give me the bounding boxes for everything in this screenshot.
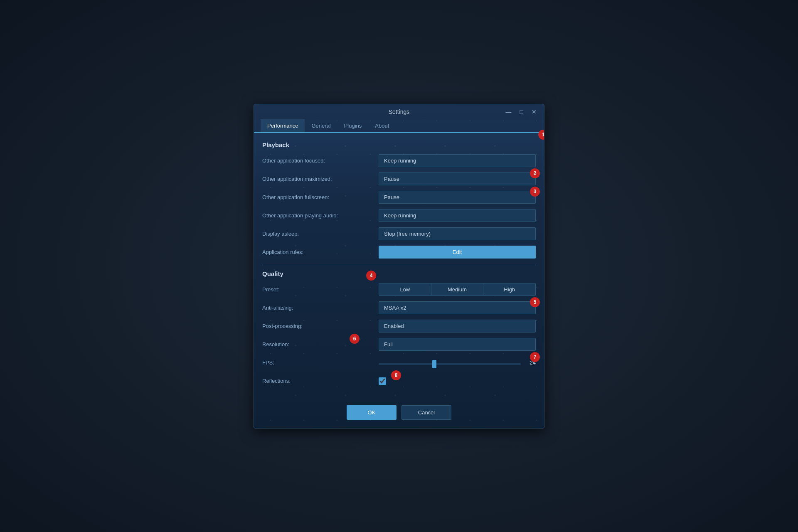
main-content: Playback Other application focused: Keep… bbox=[254, 133, 544, 399]
control-focused: Keep running Pause Stop (free memory) bbox=[379, 154, 536, 167]
row-fps: FPS: 24 7 bbox=[262, 355, 536, 370]
control-resolution: Full Half Quarter bbox=[379, 338, 536, 351]
control-reflections bbox=[379, 377, 536, 385]
row-preset: Preset: Low Medium High 4 bbox=[262, 282, 536, 297]
select-wrapper-postprocessing: Enabled Disabled bbox=[379, 320, 536, 332]
row-reflections: Reflections: 8 bbox=[262, 374, 536, 389]
select-wrapper-audio: Keep running Pause Stop (free memory) bbox=[379, 209, 536, 222]
select-resolution[interactable]: Full Half Quarter bbox=[379, 338, 536, 351]
row-focused: Other application focused: Keep running … bbox=[262, 153, 536, 168]
select-wrapper-focused: Keep running Pause Stop (free memory) bbox=[379, 154, 536, 167]
cancel-button[interactable]: Cancel bbox=[401, 405, 451, 420]
row-fullscreen: Other application fullscreen: Pause Keep… bbox=[262, 190, 536, 205]
select-fullscreen[interactable]: Pause Keep running Stop (free memory) bbox=[379, 191, 536, 204]
fps-value: 24 bbox=[526, 360, 536, 366]
edit-button[interactable]: Edit bbox=[379, 246, 536, 259]
label-postprocessing: Post-processing: bbox=[262, 323, 379, 329]
control-fullscreen: Pause Keep running Stop (free memory) bbox=[379, 191, 536, 204]
row-postprocessing: Post-processing: Enabled Disabled bbox=[262, 319, 536, 334]
row-resolution: Resolution: Full Half Quarter 6 bbox=[262, 337, 536, 352]
ok-button[interactable]: OK bbox=[347, 405, 397, 420]
window-title: Settings bbox=[389, 108, 410, 115]
titlebar: Settings — □ ✕ bbox=[254, 104, 544, 119]
row-antialiasing: Anti-aliasing: MSAA x2 None MSAA x4 MSAA… bbox=[262, 300, 536, 315]
preset-high[interactable]: High bbox=[483, 283, 535, 296]
preset-low[interactable]: Low bbox=[379, 283, 431, 296]
label-fps: FPS: bbox=[262, 360, 379, 366]
label-maximized: Other application maximized: bbox=[262, 176, 379, 182]
preset-medium[interactable]: Medium bbox=[431, 283, 484, 296]
select-wrapper-maximized: Pause Keep running Stop (free memory) bbox=[379, 172, 536, 185]
label-audio: Other application playing audio: bbox=[262, 212, 379, 219]
select-wrapper-asleep: Stop (free memory) Keep running Pause bbox=[379, 227, 536, 240]
tab-about[interactable]: About bbox=[368, 119, 396, 132]
control-asleep: Stop (free memory) Keep running Pause bbox=[379, 227, 536, 240]
footer: OK Cancel bbox=[254, 399, 544, 428]
control-preset: Low Medium High bbox=[379, 283, 536, 296]
quality-section-title: Quality bbox=[262, 270, 536, 277]
close-button[interactable]: ✕ bbox=[529, 108, 539, 116]
minimize-button[interactable]: — bbox=[503, 108, 514, 116]
divider-1 bbox=[262, 265, 536, 265]
control-audio: Keep running Pause Stop (free memory) bbox=[379, 209, 536, 222]
restore-button[interactable]: □ bbox=[517, 108, 526, 116]
window-controls: — □ ✕ bbox=[503, 108, 539, 116]
settings-window: Settings — □ ✕ Performance General Plugi… bbox=[254, 104, 544, 429]
row-maximized: Other application maximized: Pause Keep … bbox=[262, 172, 536, 187]
tab-performance[interactable]: Performance bbox=[261, 119, 305, 133]
label-fullscreen: Other application fullscreen: bbox=[262, 194, 379, 200]
tab-plugins[interactable]: Plugins bbox=[337, 119, 369, 132]
label-resolution: Resolution: bbox=[262, 341, 379, 347]
label-asleep: Display asleep: bbox=[262, 231, 379, 237]
row-asleep: Display asleep: Stop (free memory) Keep … bbox=[262, 227, 536, 241]
reflections-checkbox[interactable] bbox=[379, 377, 386, 385]
playback-section-title: Playback bbox=[262, 141, 536, 148]
tab-general[interactable]: General bbox=[305, 119, 337, 132]
label-antialiasing: Anti-aliasing: bbox=[262, 305, 379, 311]
row-audio: Other application playing audio: Keep ru… bbox=[262, 208, 536, 223]
control-maximized: Pause Keep running Stop (free memory) bbox=[379, 172, 536, 185]
select-antialiasing[interactable]: MSAA x2 None MSAA x4 MSAA x8 bbox=[379, 301, 536, 314]
row-rules: Application rules: Edit bbox=[262, 245, 536, 260]
select-wrapper-antialiasing: MSAA x2 None MSAA x4 MSAA x8 bbox=[379, 301, 536, 314]
control-rules: Edit bbox=[379, 246, 536, 259]
label-reflections: Reflections: bbox=[262, 378, 379, 384]
select-audio[interactable]: Keep running Pause Stop (free memory) bbox=[379, 209, 536, 222]
control-antialiasing: MSAA x2 None MSAA x4 MSAA x8 bbox=[379, 301, 536, 314]
control-postprocessing: Enabled Disabled bbox=[379, 320, 536, 332]
select-focused[interactable]: Keep running Pause Stop (free memory) bbox=[379, 154, 536, 167]
select-postprocessing[interactable]: Enabled Disabled bbox=[379, 320, 536, 332]
label-preset: Preset: bbox=[262, 286, 379, 293]
fps-slider-container bbox=[379, 359, 521, 367]
tabs-bar: Performance General Plugins About bbox=[254, 119, 544, 133]
reflections-checkbox-wrapper bbox=[379, 377, 536, 385]
fps-slider[interactable] bbox=[379, 363, 521, 365]
select-asleep[interactable]: Stop (free memory) Keep running Pause bbox=[379, 227, 536, 240]
control-fps: 24 bbox=[379, 359, 536, 367]
select-maximized[interactable]: Pause Keep running Stop (free memory) bbox=[379, 172, 536, 185]
preset-group: Low Medium High bbox=[379, 283, 536, 296]
label-focused: Other application focused: bbox=[262, 158, 379, 164]
select-wrapper-fullscreen: Pause Keep running Stop (free memory) bbox=[379, 191, 536, 204]
select-wrapper-resolution: Full Half Quarter bbox=[379, 338, 536, 351]
label-rules: Application rules: bbox=[262, 249, 379, 255]
